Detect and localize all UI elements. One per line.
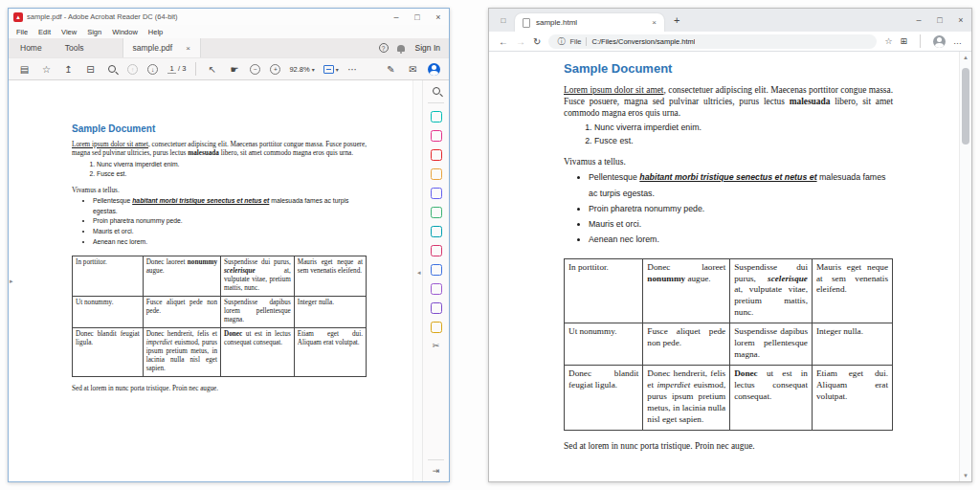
menu-file[interactable]: File	[16, 28, 28, 36]
share-icon[interactable]: ↥	[62, 64, 75, 75]
close-button[interactable]: ×	[428, 9, 449, 25]
hand-tool-icon[interactable]: ☛	[228, 64, 240, 75]
search-icon[interactable]	[108, 65, 116, 73]
list-item: Proin pharetra nonummy pede.	[93, 216, 367, 227]
zoom-dropdown-caret-icon[interactable]: ▾	[312, 66, 315, 73]
tab-close-icon[interactable]: ×	[652, 18, 657, 27]
zoom-in-icon[interactable]: +	[270, 64, 280, 75]
fit-dropdown-caret-icon[interactable]: ▾	[336, 66, 339, 73]
pdf-scrollbar[interactable]	[413, 80, 423, 481]
previous-page-icon[interactable]: ↑	[127, 64, 138, 75]
save-icon[interactable]: ▤	[18, 64, 31, 75]
account-avatar[interactable]	[428, 63, 440, 76]
comment-icon[interactable]	[431, 168, 442, 180]
close-button[interactable]: ×	[950, 12, 971, 29]
menu-view[interactable]: View	[61, 28, 77, 36]
compress-pdf-icon[interactable]	[431, 226, 442, 237]
forward-icon[interactable]: →	[516, 36, 525, 47]
back-icon[interactable]: ←	[499, 36, 508, 47]
minimize-button[interactable]: –	[386, 9, 407, 25]
protect-pdf-icon[interactable]	[431, 264, 442, 276]
scrollbar-thumb[interactable]	[962, 68, 969, 145]
browser-tab[interactable]: sample.html ×	[515, 13, 664, 32]
list-item: Mauris et orci.	[589, 216, 893, 232]
table-cell: Etiam eget dui. Aliquam erat volutpat.	[812, 366, 892, 431]
maximize-button[interactable]: □	[407, 9, 428, 25]
sign-in-button[interactable]: Sign In	[415, 43, 440, 53]
browser-tab-title: sample.html	[536, 18, 646, 27]
pdf-page: Sample Document Lorem ipsum dolor sit am…	[9, 80, 413, 481]
acrobat-menubar: File Edit View Sign Window Help	[9, 25, 449, 38]
tab-tools[interactable]: Tools	[54, 38, 96, 57]
favorite-star-icon[interactable]: ☆	[40, 64, 53, 75]
tab-actions-menu-icon[interactable]: □	[496, 16, 511, 25]
page-indicator[interactable]: 1 / 3	[167, 64, 186, 74]
table-row: Donec blandit feugiat ligula. Donec hend…	[565, 366, 893, 431]
profile-avatar[interactable]	[933, 35, 946, 48]
expand-tools-panel-icon[interactable]: ⇥	[433, 466, 440, 476]
request-signatures-icon[interactable]	[431, 188, 442, 199]
page-number-input[interactable]: 1	[167, 64, 176, 74]
table-cell: Donec ut est in lectus consequat consequ…	[730, 366, 813, 431]
doc-bullet-list: Pellentesque habitant morbi tristique se…	[93, 196, 367, 247]
print-icon[interactable]: ⊟	[84, 64, 97, 75]
doc-bullet-list: Pellentesque habitant morbi tristique se…	[589, 169, 893, 247]
table-row: In porttitor. Donec laoreet nonummy augu…	[565, 258, 893, 323]
favorites-icon[interactable]: ☆	[884, 36, 892, 46]
scroll-up-icon[interactable]: ▲	[963, 52, 969, 63]
notifications-bell-icon[interactable]	[397, 45, 405, 52]
browser-menu-icon[interactable]: …	[953, 36, 962, 46]
acrobat-logo-icon: ▲	[13, 12, 23, 22]
fit-width-icon[interactable]	[323, 65, 334, 74]
toolbar-overflow-icon[interactable]: ⋯	[346, 64, 359, 75]
scroll-down-icon[interactable]: ▼	[963, 470, 969, 481]
acrobat-content-area: ▸ Sample Document Lorem ipsum dolor sit …	[9, 80, 449, 481]
browser-window: □ sample.html × + – □ × ← → ↻ ⓘ File C:/…	[488, 8, 972, 482]
tab-document-label: sample.pdf	[133, 43, 173, 53]
collections-icon[interactable]: ⊞	[900, 36, 907, 46]
mail-icon[interactable]: ✉	[407, 64, 419, 75]
window-title: sample.pdf - Adobe Acrobat Reader DC (64…	[27, 12, 178, 21]
table-cell: Mauris eget neque at sem venenatis eleif…	[294, 256, 366, 297]
left-panel-expand-icon[interactable]: ▸	[10, 278, 13, 285]
doc-closing-paragraph: Sed at lorem in nunc porta tristique. Pr…	[72, 385, 367, 393]
tab-home[interactable]: Home	[9, 38, 54, 57]
browser-scrollbar[interactable]: ▲ ▼	[959, 52, 971, 481]
menu-help[interactable]: Help	[148, 28, 163, 36]
table-cell: Donec ut est in lectus consequat consequ…	[221, 328, 295, 377]
list-item: Nunc viverra imperdiet enim.	[594, 121, 893, 134]
tools-panel-collapse-icon[interactable]: ◂	[417, 269, 421, 277]
zoom-out-icon[interactable]: −	[250, 64, 260, 75]
url-field[interactable]: ⓘ File C:/Files/Conversion/sample.html	[548, 34, 877, 49]
certificates-icon[interactable]	[431, 302, 442, 314]
send-for-comments-icon[interactable]	[431, 322, 442, 333]
menu-window[interactable]: Window	[112, 28, 138, 36]
refresh-icon[interactable]: ↻	[533, 36, 541, 47]
tab-document[interactable]: sample.pdf ×	[122, 38, 201, 57]
zoom-level[interactable]: 92.8%	[289, 65, 309, 74]
export-pdf-icon[interactable]	[431, 111, 442, 122]
more-tools-scissors-icon[interactable]: ✂	[433, 341, 440, 350]
menu-sign[interactable]: Sign	[87, 28, 101, 36]
help-icon[interactable]: ?	[379, 43, 389, 53]
table-cell: Donec laoreet nonummy augue.	[643, 258, 730, 323]
select-tool-icon[interactable]: ↖	[206, 64, 218, 75]
organize-pages-icon[interactable]	[431, 207, 442, 218]
next-page-icon[interactable]: ↓	[147, 64, 158, 75]
fill-and-sign-icon[interactable]	[431, 245, 442, 256]
new-tab-button[interactable]: +	[674, 14, 679, 26]
create-pdf-icon[interactable]	[431, 149, 442, 161]
table-cell: In porttitor.	[565, 258, 643, 323]
minimize-button[interactable]: –	[908, 12, 929, 29]
page-info-icon[interactable]: ⓘ	[557, 36, 565, 47]
url-text: C:/Files/Conversion/sample.html	[591, 37, 695, 46]
search-tool-icon[interactable]	[433, 87, 440, 95]
tab-close-icon[interactable]: ×	[186, 44, 190, 53]
edit-pdf-icon[interactable]	[431, 130, 442, 142]
sign-pen-icon[interactable]: ✎	[385, 64, 397, 75]
menu-edit[interactable]: Edit	[38, 28, 51, 36]
table-cell: Donec laoreet nonummy augue.	[143, 256, 220, 297]
tools-sidebar-list	[431, 111, 442, 333]
maximize-button[interactable]: □	[929, 12, 950, 29]
redact-pdf-icon[interactable]	[431, 283, 442, 295]
